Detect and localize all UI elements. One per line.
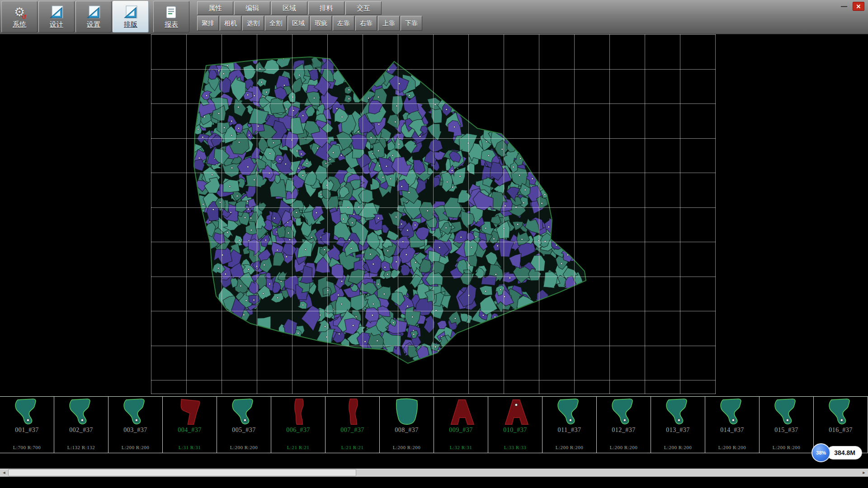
close-icon: ✕	[856, 3, 861, 10]
piece-id-label: 008_#37	[395, 426, 419, 434]
menu-tab-nest[interactable]: 排料	[308, 1, 344, 15]
toolbar-button-settings[interactable]: 设置	[75, 1, 112, 33]
piece-size-label: L:32 R:31	[450, 444, 472, 450]
piece-shape-icon	[763, 398, 810, 426]
piece-id-label: 002_#37	[69, 426, 93, 434]
top-toolbar: ⚙↺系统设计设置排版报表 属性编辑区域排料交互 聚排相机选割全割区域瑕疵左靠右靠…	[0, 0, 868, 34]
horizontal-scrollbar[interactable]: ◄ ►	[0, 469, 868, 477]
menu-area: 属性编辑区域排料交互 聚排相机选割全割区域瑕疵左靠右靠上靠下靠	[197, 0, 422, 31]
tool-button-defect[interactable]: 瑕疵	[310, 16, 332, 31]
toolbar-button-label: 排版	[124, 20, 137, 29]
piece-id-label: 009_#37	[449, 426, 473, 434]
piece-size-label: L:33 R:33	[504, 444, 526, 450]
piece-id-label: 004_#37	[178, 426, 202, 434]
piece-size-label: L:200 R:200	[122, 444, 149, 450]
piece-size-label: L:200 R:200	[664, 444, 692, 450]
minimize-icon: —	[841, 3, 847, 10]
tool-button-cluster-nest[interactable]: 聚排	[197, 16, 219, 31]
piece-shape-icon	[546, 398, 593, 426]
nesting-canvas[interactable]	[0, 34, 868, 396]
menu-tab-row: 属性编辑区域排料交互	[197, 1, 422, 15]
piece-thumbnail-013_#37[interactable]: 013_#37 L:200 R:200	[651, 397, 705, 453]
window-controls: — ✕	[838, 2, 864, 11]
tool-button-cut-all[interactable]: 全割	[265, 16, 287, 31]
piece-id-label: 014_#37	[720, 426, 744, 434]
piece-thumbnail-003_#37[interactable]: 003_#37 L:200 R:200	[108, 397, 163, 453]
menu-tab-region[interactable]: 区域	[271, 1, 307, 15]
piece-id-label: 010_#37	[503, 426, 527, 434]
piece-shape-icon	[329, 398, 376, 426]
menu-tab-interactive[interactable]: 交互	[345, 1, 382, 15]
piece-shape-icon	[112, 398, 159, 426]
piece-thumbnail-014_#37[interactable]: 014_#37 L:200 R:200	[705, 397, 760, 453]
piece-thumbnail-012_#37[interactable]: 012_#37 L:200 R:200	[597, 397, 651, 453]
tool-button-align-top[interactable]: 上靠	[378, 16, 400, 31]
gear-icon: ⚙↺	[14, 5, 25, 19]
toolbar-button-design[interactable]: 设计	[38, 1, 75, 33]
piece-list: 001_#37 L:700 R:700 002_#37 L:132 R:132 …	[0, 396, 868, 453]
piece-shape-icon	[221, 398, 268, 426]
tool-button-region[interactable]: 区域	[288, 16, 309, 31]
piece-thumbnail-009_#37[interactable]: 009_#37 L:32 R:31	[434, 397, 488, 453]
close-button[interactable]: ✕	[853, 2, 864, 11]
tool-button-select-cut[interactable]: 选割	[242, 16, 264, 31]
piece-shape-icon	[600, 398, 647, 426]
piece-shape-icon	[4, 398, 51, 426]
memory-pill: 384.8M	[826, 446, 862, 460]
memory-value: 384.8M	[834, 449, 855, 456]
toolbar-button-label: 报表	[165, 20, 178, 29]
menu-tab-edit[interactable]: 编辑	[234, 1, 270, 15]
piece-thumbnail-011_#37[interactable]: 011_#37 L:200 R:200	[542, 397, 597, 453]
scrollbar-thumb[interactable]	[8, 469, 356, 476]
piece-thumbnail-015_#37[interactable]: 015_#37 L:200 R:200	[760, 397, 814, 453]
progress-badge: 38%	[811, 443, 830, 462]
set-square-icon	[86, 5, 101, 19]
piece-size-label: L:21 R:21	[287, 444, 309, 450]
piece-shape-icon	[709, 398, 756, 426]
piece-id-label: 003_#37	[123, 426, 147, 434]
set-square-icon	[123, 5, 138, 19]
piece-id-label: 006_#37	[286, 426, 310, 434]
status-badge: 38% 384.8M	[811, 443, 862, 462]
piece-size-label: L:200 R:200	[773, 444, 800, 450]
scroll-right-button[interactable]: ►	[860, 469, 868, 477]
toolbar-button-nesting[interactable]: 排版	[113, 1, 149, 33]
piece-id-label: 015_#37	[774, 426, 798, 434]
piece-size-label: L:21 R:21	[341, 444, 363, 450]
piece-shape-icon	[383, 398, 430, 426]
piece-size-label: L:200 R:200	[556, 444, 583, 450]
toolbar-button-system[interactable]: ⚙↺系统	[1, 1, 38, 33]
piece-shape-icon	[58, 398, 105, 426]
tool-button-camera[interactable]: 相机	[220, 16, 241, 31]
piece-thumbnail-010_#37[interactable]: 010_#37 L:33 R:33	[488, 397, 542, 453]
piece-thumbnail-005_#37[interactable]: 005_#37 L:200 R:200	[217, 397, 271, 453]
toolbar-button-report[interactable]: 报表	[153, 1, 189, 33]
piece-thumbnail-004_#37[interactable]: 004_#37 L:31 R:31	[163, 397, 217, 453]
piece-id-label: 013_#37	[666, 426, 690, 434]
piece-shape-icon	[275, 398, 322, 426]
piece-thumbnail-006_#37[interactable]: 006_#37 L:21 R:21	[271, 397, 326, 453]
toolbar-button-label: 系统	[13, 20, 26, 29]
piece-thumbnail-007_#37[interactable]: 007_#37 L:21 R:21	[326, 397, 380, 453]
tool-button-align-left[interactable]: 左靠	[333, 16, 354, 31]
piece-id-label: 016_#37	[829, 426, 853, 434]
piece-thumbnail-008_#37[interactable]: 008_#37 L:200 R:200	[380, 397, 434, 453]
toolbar-button-label: 设计	[50, 20, 63, 29]
piece-id-label: 012_#37	[612, 426, 636, 434]
progress-percent: 38%	[816, 450, 826, 455]
report-icon	[165, 5, 178, 19]
piece-id-label: 001_#37	[15, 426, 39, 434]
minimize-button[interactable]: —	[838, 2, 850, 11]
piece-id-label: 011_#37	[558, 426, 581, 434]
piece-shape-icon	[438, 398, 485, 426]
scroll-left-button[interactable]: ◄	[0, 469, 8, 477]
piece-size-label: L:200 R:200	[230, 444, 258, 450]
tool-button-row: 聚排相机选割全割区域瑕疵左靠右靠上靠下靠	[197, 16, 422, 31]
tool-button-align-right[interactable]: 右靠	[355, 16, 377, 31]
piece-thumbnail-002_#37[interactable]: 002_#37 L:132 R:132	[54, 397, 108, 453]
piece-shape-icon	[492, 398, 539, 426]
piece-size-label: L:200 R:200	[718, 444, 746, 450]
piece-thumbnail-001_#37[interactable]: 001_#37 L:700 R:700	[0, 397, 54, 453]
tool-button-align-bottom[interactable]: 下靠	[401, 16, 422, 31]
menu-tab-properties[interactable]: 属性	[197, 1, 233, 15]
